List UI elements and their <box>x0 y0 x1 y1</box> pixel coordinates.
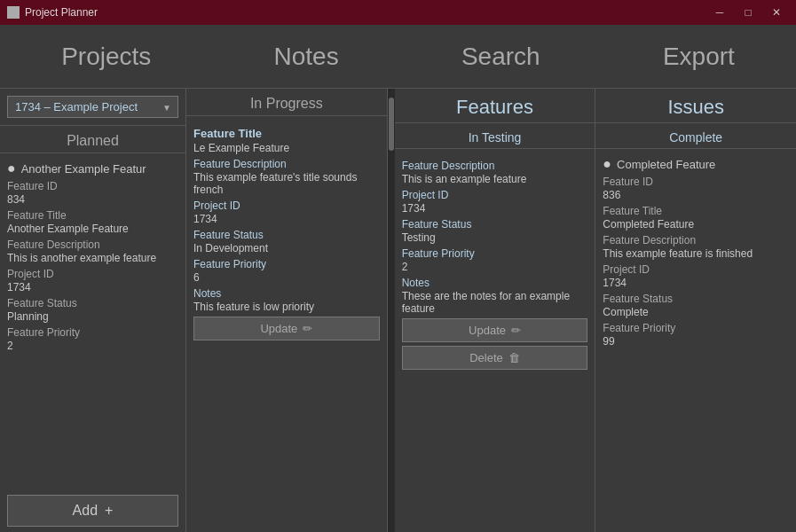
issues-feature-title-row: ● Completed Feature <box>603 156 789 172</box>
features-desc: This is an example feature <box>402 173 588 185</box>
column-in-progress-header: In Progress <box>186 89 387 116</box>
scrollbar-thumb <box>389 98 394 151</box>
features-update-button[interactable]: Update ✏ <box>402 318 588 342</box>
planned-feature-title-label: Feature Title <box>7 209 178 222</box>
features-delete-icon: 🗑 <box>508 351 520 364</box>
issues-priority-label: Feature Priority <box>603 322 789 334</box>
features-priority-label: Feature Priority <box>402 247 588 260</box>
navbar: Projects Notes Search Export <box>0 25 796 89</box>
in-progress-content: Feature Title Le Example Feature Feature… <box>186 116 387 532</box>
planned-feature-desc-label: Feature Description <box>7 239 178 251</box>
project-select-wrapper: 1734 – Example Project <box>0 89 185 126</box>
issues-feature-id-label: Feature ID <box>603 176 789 188</box>
features-update-icon: ✏ <box>511 324 521 337</box>
minimize-button[interactable]: ─ <box>707 0 732 25</box>
issues-content: ● Completed Feature Feature ID 836 Featu… <box>595 149 796 532</box>
column-in-progress: In Progress Feature Title Le Example Fea… <box>186 89 388 532</box>
issues-status-label: Feature Status <box>603 293 789 305</box>
issues-feature-title-full: Completed Feature <box>603 218 789 231</box>
planned-project-id: 1734 <box>7 281 178 293</box>
column-features-header: Features <box>395 89 595 123</box>
titlebar: Project Planner ─ □ ✕ <box>0 0 796 25</box>
planned-feature-id-label: Feature ID <box>7 180 178 192</box>
planned-project-id-label: Project ID <box>7 268 178 280</box>
add-button[interactable]: Add + <box>7 495 178 527</box>
features-notes-label: Notes <box>402 277 588 289</box>
issues-feature-title: Completed Feature <box>617 158 715 171</box>
titlebar-controls: ─ □ ✕ <box>707 0 789 25</box>
issues-project-id-label: Project ID <box>603 263 789 276</box>
in-progress-update-icon: ✏ <box>303 322 312 335</box>
in-progress-feature-title: Le Example Feature <box>193 142 380 154</box>
issues-status: Complete <box>603 306 789 318</box>
planned-feature-title-full: Another Example Feature <box>7 223 178 235</box>
maximize-button[interactable]: □ <box>736 0 761 25</box>
issues-feature-card: ● Completed Feature Feature ID 836 Featu… <box>603 156 789 348</box>
in-progress-desc-label: Feature Description <box>193 158 380 170</box>
nav-export[interactable]: Export <box>649 35 749 78</box>
app-icon <box>7 6 20 19</box>
features-update-label: Update <box>469 324 506 337</box>
project-select-container: 1734 – Example Project <box>7 96 178 118</box>
in-progress-notes: This feature is low priority <box>193 301 380 313</box>
bullet-icon: ● <box>7 160 16 176</box>
planned-status-label: Feature Status <box>7 297 178 309</box>
features-desc-label: Feature Description <box>402 160 588 172</box>
planned-feature-desc: This is another example feature <box>7 252 178 264</box>
project-select[interactable]: 1734 – Example Project <box>7 96 178 118</box>
in-progress-priority: 6 <box>193 271 380 284</box>
issues-feature-title-label: Feature Title <box>603 205 789 217</box>
in-progress-project-id-label: Project ID <box>193 200 380 212</box>
scrollbar[interactable] <box>388 89 395 532</box>
in-progress-update-label: Update <box>260 322 297 335</box>
features-priority: 2 <box>402 261 588 273</box>
issues-project-id: 1734 <box>603 277 789 289</box>
features-status: Testing <box>402 231 588 244</box>
planned-feature-card: ● Another Example Featur Feature ID 834 … <box>7 160 178 352</box>
features-delete-button[interactable]: Delete 🗑 <box>402 346 588 370</box>
nav-search[interactable]: Search <box>447 35 555 78</box>
issues-desc-label: Feature Description <box>603 234 789 246</box>
in-progress-feature-card: Feature Title Le Example Feature Feature… <box>193 127 380 340</box>
column-planned: 1734 – Example Project Planned ● Another… <box>0 89 186 532</box>
in-progress-notes-label: Notes <box>193 287 380 300</box>
features-status-label: Feature Status <box>402 218 588 231</box>
in-progress-feature-title-label: Feature Title <box>193 127 380 140</box>
planned-feature-title-row: ● Another Example Featur <box>7 160 178 176</box>
column-issues: Issues Complete ● Completed Feature Feat… <box>595 89 796 532</box>
issues-priority: 99 <box>603 335 789 348</box>
column-issues-subheader: Complete <box>595 123 796 149</box>
in-progress-desc: This example feature's title sounds fren… <box>193 171 380 196</box>
planned-content: ● Another Example Featur Feature ID 834 … <box>0 153 185 489</box>
features-content: Feature Description This is an example f… <box>395 149 595 532</box>
in-progress-status: In Development <box>193 242 380 254</box>
app-title: Project Planner <box>25 6 98 19</box>
column-features: Features In Testing Feature Description … <box>395 89 596 532</box>
features-project-id: 1734 <box>402 202 588 215</box>
features-project-id-label: Project ID <box>402 189 588 201</box>
nav-projects[interactable]: Projects <box>47 35 165 78</box>
planned-priority-label: Feature Priority <box>7 326 178 339</box>
in-progress-priority-label: Feature Priority <box>193 258 380 270</box>
main-content: 1734 – Example Project Planned ● Another… <box>0 89 796 532</box>
issues-desc: This example feature is finished <box>603 247 789 260</box>
in-progress-update-button[interactable]: Update ✏ <box>193 317 380 340</box>
features-notes: These are the notes for an example featu… <box>402 290 588 315</box>
add-icon: + <box>105 503 113 519</box>
issues-bullet-icon: ● <box>603 156 611 172</box>
in-progress-project-id: 1734 <box>193 213 380 225</box>
column-planned-header: Planned <box>0 126 185 153</box>
planned-feature-id: 834 <box>7 193 178 206</box>
planned-status: Planning <box>7 310 178 323</box>
issues-feature-id: 836 <box>603 189 789 201</box>
column-features-subheader: In Testing <box>395 123 595 149</box>
column-issues-header: Issues <box>595 89 796 123</box>
features-feature-card: Feature Description This is an example f… <box>402 160 588 370</box>
planned-feature-title: Another Example Featur <box>21 162 146 176</box>
nav-notes[interactable]: Notes <box>260 35 353 78</box>
close-button[interactable]: ✕ <box>764 0 789 25</box>
in-progress-status-label: Feature Status <box>193 229 380 241</box>
planned-priority: 2 <box>7 340 178 352</box>
titlebar-left: Project Planner <box>7 6 98 19</box>
features-delete-label: Delete <box>469 351 503 364</box>
